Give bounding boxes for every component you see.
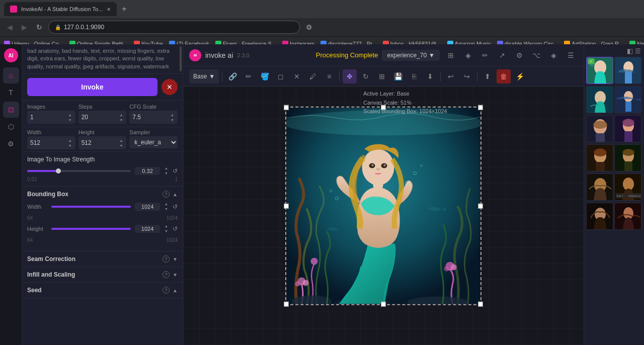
header-settings-icon[interactable]: ⚙ [512,48,526,62]
cancel-button[interactable]: ✕ [162,79,178,95]
gallery-thumb-1-2[interactable] [614,57,641,84]
tool-save[interactable]: 💾 [391,69,405,83]
tool-copy[interactable]: ⎘ [407,69,421,83]
infill-help[interactable]: ? [163,271,170,278]
bb-width-input[interactable] [135,203,160,211]
bounding-box-header[interactable]: Bounding Box ? ▲ [22,187,183,202]
gallery-thumb-5-1[interactable] [586,174,613,201]
extensions-button[interactable]: ⚙ [303,22,315,32]
sidebar-item-settings[interactable]: ⚙ [3,136,19,152]
layer-select[interactable]: Base ▼ [189,69,219,83]
infill-scaling-header[interactable]: Infill and Scaling ? ▼ [22,267,183,282]
tool-redo[interactable]: ↪ [460,69,474,83]
tool-fill[interactable]: 🪣 [258,69,272,83]
bb-height-up[interactable]: ▲ [164,224,169,228]
canvas-bounding-box[interactable] [285,107,481,305]
forward-button[interactable]: ▶ [19,22,30,32]
width-input[interactable] [30,139,66,146]
gallery-view-icon[interactable]: ◧ [627,47,633,55]
sampler-select[interactable]: k_euler_a k_euler k_dpm_2 k_dpm_2_a k_lm… [129,136,178,148]
handle-middle-left[interactable] [284,203,289,208]
bb-height-track[interactable] [51,228,131,230]
cfg-down[interactable]: ▼ [170,118,175,122]
seam-help[interactable]: ? [163,255,170,263]
steps-down[interactable]: ▼ [119,118,123,122]
tool-brush[interactable]: ✏ [242,69,256,83]
img2img-thumb[interactable] [56,168,61,174]
images-down[interactable]: ▼ [68,118,72,122]
images-up[interactable]: ▲ [68,113,72,117]
scrollbar[interactable] [180,46,182,71]
handle-top-right[interactable] [478,105,483,110]
user-badge[interactable]: experience_70 ▼ [382,50,440,61]
gallery-thumb-2-2[interactable] [614,86,641,113]
gallery-menu-icon[interactable]: ☰ [635,47,641,55]
header-arrow-icon[interactable]: ↗ [495,48,509,62]
bb-height-reset[interactable]: ↺ [173,225,178,232]
header-gallery-icon[interactable]: ⊞ [444,48,458,62]
handle-bottom-center[interactable] [381,302,386,307]
sidebar-item-canvas[interactable]: ⊡ [3,102,19,118]
bb-width-track[interactable] [51,206,131,208]
tool-download[interactable]: ⬇ [423,69,437,83]
gallery-thumb-3-2[interactable] [614,115,641,142]
img2img-reset[interactable]: ↺ [173,167,178,175]
back-button[interactable]: ◀ [4,22,16,32]
width-down[interactable]: ▼ [68,143,72,148]
tool-move[interactable]: ✥ [343,69,357,83]
width-up[interactable]: ▲ [68,138,72,143]
tool-rotate[interactable]: ↻ [359,69,373,83]
seam-correction-header[interactable]: Seam Correction ? ▼ [22,251,183,267]
sidebar-item-home[interactable]: ⌂ [3,67,19,83]
cfg-up[interactable]: ▲ [170,113,175,117]
bb-width-up[interactable]: ▲ [164,202,169,206]
img2img-down[interactable]: ▼ [164,171,169,176]
handle-bottom-left[interactable] [284,302,289,307]
gallery-thumb-2-1[interactable] [586,86,613,113]
cfg-input[interactable] [132,114,168,121]
tool-wand[interactable]: ⚡ [513,69,527,83]
gallery-thumb-3-1[interactable] [586,115,613,142]
sidebar-item-nodes[interactable]: ⬡ [3,119,19,135]
bb-height-input[interactable] [135,225,160,233]
tool-erase[interactable]: ◻ [274,69,288,83]
tool-link[interactable]: 🔗 [225,69,239,83]
handle-middle-right[interactable] [478,203,483,208]
tool-lines[interactable]: ≡ [322,69,336,83]
height-down[interactable]: ▼ [119,143,123,148]
invoke-button[interactable]: Invoke [27,78,157,96]
bounding-box-help[interactable]: ? [163,191,170,198]
img2img-track[interactable] [27,170,131,172]
tool-undo[interactable]: ↩ [444,69,458,83]
header-people-icon[interactable]: ◈ [461,48,475,62]
handle-top-left[interactable] [284,105,289,110]
height-up[interactable]: ▲ [119,138,123,143]
gallery-thumb-4-2[interactable] [614,144,641,171]
seed-header[interactable]: Seed ? ▲ [22,283,183,298]
tool-delete[interactable]: 🗑 [497,69,511,83]
reload-button[interactable]: ↻ [33,22,45,32]
new-tab-button[interactable]: + [120,5,128,14]
header-config-icon[interactable]: ☰ [564,48,578,62]
gallery-thumb-6-2[interactable] [614,203,641,230]
height-input[interactable] [82,139,117,146]
steps-up[interactable]: ▲ [119,113,123,117]
bb-height-down[interactable]: ▼ [164,229,169,233]
gallery-thumb-6-1[interactable] [586,203,613,230]
tool-upload[interactable]: ⬆ [480,69,495,83]
tool-cross[interactable]: ✕ [290,69,304,83]
images-input[interactable] [30,114,66,121]
steps-input[interactable] [82,114,117,121]
gallery-thumb-4-1[interactable] [586,144,613,171]
active-tab[interactable]: InvokeAI - A Stable Diffusion To... ✕ [4,2,117,16]
bb-width-reset[interactable]: ↺ [173,203,178,210]
tab-close-button[interactable]: ✕ [107,7,111,12]
canvas-area[interactable] [183,87,584,345]
img2img-up[interactable]: ▲ [164,166,169,170]
tool-layers[interactable]: ⊞ [375,69,389,83]
gallery-thumb-5-2[interactable]: THE T PRRPECHT [614,174,641,201]
handle-bottom-right[interactable] [478,302,483,307]
header-github-icon[interactable]: ⌥ [529,48,543,62]
sidebar-item-text[interactable]: T [3,84,19,101]
header-brush-icon[interactable]: ✏ [478,48,492,62]
